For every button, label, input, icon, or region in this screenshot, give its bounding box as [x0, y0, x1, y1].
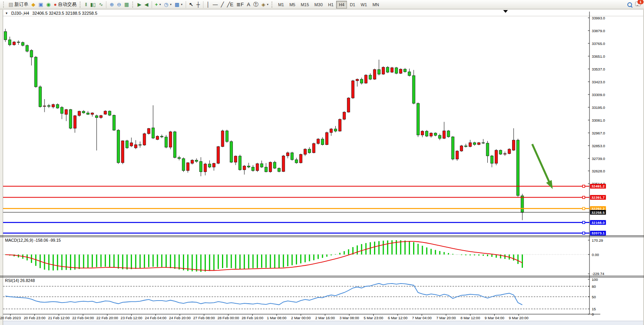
chart-shift-button[interactable]: ◀ [143, 1, 150, 9]
timeframe-h1-button[interactable]: H1 [325, 1, 336, 9]
bar-chart-button[interactable]: ‖ [84, 1, 89, 9]
candle-body [443, 131, 446, 138]
timeframe-h4-button[interactable]: H4 [336, 1, 347, 9]
auto-scroll-button[interactable]: ▶ [136, 1, 143, 9]
svg-text:22 Feb 20:00: 22 Feb 20:00 [96, 316, 118, 320]
symbol-dropdown-icon[interactable]: ▼ [5, 12, 8, 15]
svg-text:32628.0: 32628.0 [592, 169, 605, 173]
candle-body [447, 131, 450, 137]
notifications-button[interactable]: 1 [634, 1, 642, 9]
candle-body [73, 116, 76, 128]
line-chart-button[interactable]: ∿ [97, 1, 104, 9]
new-order-button[interactable]: ▤新订单 [7, 1, 30, 9]
candle-body [100, 115, 102, 118]
price-chart-canvas[interactable]: 33993.033879.033765.033651.033537.033423… [0, 0, 644, 325]
candle-body [147, 129, 150, 134]
dropdown-caret-icon: ▾ [170, 3, 171, 6]
candle-body [247, 166, 250, 167]
toolbar-separator [186, 1, 186, 8]
timeframe-m5-button[interactable]: M5 [287, 1, 298, 9]
candle-body [391, 68, 393, 72]
templates-button[interactable]: ▩▾ [173, 1, 184, 9]
zoom-out-button[interactable]: ⊖ [115, 1, 123, 9]
line-chart-icon: ∿ [99, 1, 103, 9]
svg-text:32491.2: 32491.2 [591, 184, 605, 188]
svg-text:15: 15 [592, 307, 596, 311]
svg-text:24 Feb 20:00: 24 Feb 20:00 [169, 316, 191, 320]
candle-body [208, 164, 211, 167]
shapes-icon: ◈ [261, 1, 265, 9]
zoom-in-button[interactable]: ⊕ [108, 1, 115, 9]
timeframe-m15-button[interactable]: M15 [298, 1, 311, 9]
tile-windows-button[interactable]: ▦ [123, 1, 130, 9]
svg-text:80: 80 [592, 284, 596, 289]
candle-body [286, 153, 289, 156]
timeframe-d1-button[interactable]: D1 [347, 1, 358, 9]
svg-text:170.29: 170.29 [592, 238, 603, 242]
svg-text:9 Mar 20:00: 9 Mar 20:00 [509, 316, 529, 320]
timeframe-w1-button[interactable]: W1 [358, 1, 370, 9]
svg-text:32168.0: 32168.0 [591, 220, 605, 225]
toolbar-grip [272, 2, 274, 8]
crosshair-button[interactable]: ┼ [195, 1, 202, 9]
candlestick-icon: ▮▯ [90, 1, 96, 9]
rsi-line [5, 284, 522, 305]
candle-body [282, 156, 285, 172]
vline-button[interactable]: │ [205, 1, 211, 9]
svg-text:23 Feb 12:00: 23 Feb 12:00 [121, 316, 142, 320]
candle-body [256, 164, 259, 171]
ohlc-values: 32406.5 32423.5 32188.5 32258.5 [32, 11, 97, 15]
candle-body [373, 69, 376, 79]
signals-button[interactable]: ◉ [45, 1, 52, 9]
journal-button[interactable]: ◆ [30, 1, 37, 9]
crosshair-icon: ┼ [196, 1, 200, 9]
text-label-button[interactable]: Ⓣ [252, 1, 260, 9]
candle-body [334, 129, 337, 131]
terminal-button[interactable]: ▣ [37, 1, 44, 9]
timeframe-m30-button[interactable]: M30 [312, 1, 325, 9]
candle-body [490, 156, 493, 163]
candle-body [291, 153, 294, 160]
template-icon: ▩ [174, 1, 179, 9]
candle-body [143, 134, 146, 145]
fibo-button[interactable]: ≣F [235, 1, 245, 9]
new-order-button-label: 新订单 [14, 1, 28, 8]
search-button[interactable] [626, 1, 634, 9]
svg-text:50: 50 [592, 295, 596, 299]
channel-button[interactable]: ╱E [225, 1, 235, 9]
candle-body [508, 149, 511, 154]
candle-body [178, 158, 181, 159]
candle-body [360, 79, 363, 83]
cursor-button[interactable]: ↖ [188, 1, 195, 9]
candle-body [395, 68, 398, 73]
toolbar-grip [132, 2, 135, 8]
svg-text:33081.0: 33081.0 [592, 118, 605, 122]
timeframe-mn-button[interactable]: MN [370, 1, 382, 9]
svg-text:21 Feb 12:00: 21 Feb 12:00 [48, 316, 70, 320]
candle-body [338, 119, 341, 131]
candle-body [52, 105, 55, 107]
hline-button[interactable]: — [211, 1, 219, 9]
svg-text:2 Mar 16:00: 2 Mar 16:00 [315, 316, 335, 320]
dropdown-caret-icon: ▾ [267, 3, 268, 6]
svg-text:-229.74: -229.74 [592, 272, 604, 276]
line-handle-marker [583, 185, 585, 187]
indicators-button[interactable]: +▾ [154, 1, 163, 9]
candle-body [139, 144, 142, 145]
periods-button[interactable]: ◷▾ [162, 1, 173, 9]
candle-body [378, 69, 380, 74]
zoom-in-icon: ⊕ [109, 1, 114, 9]
autotrade-button[interactable]: ●自动交易 [52, 1, 78, 9]
svg-text:28 Feb 00:00: 28 Feb 00:00 [217, 316, 239, 320]
candle-body [113, 115, 115, 131]
trendline-button[interactable]: ╱ [219, 1, 225, 9]
candle-chart-button[interactable]: ▮▯ [89, 1, 97, 9]
shapes-button[interactable]: ◈▾ [260, 1, 270, 9]
text-button[interactable]: A [245, 1, 252, 9]
candle-body [421, 131, 424, 135]
candle-body [126, 141, 128, 148]
timeframe-m1-button[interactable]: M1 [275, 1, 287, 9]
candle-body [65, 110, 68, 114]
svg-text:33879.0: 33879.0 [592, 29, 605, 33]
candle-body [460, 146, 463, 151]
